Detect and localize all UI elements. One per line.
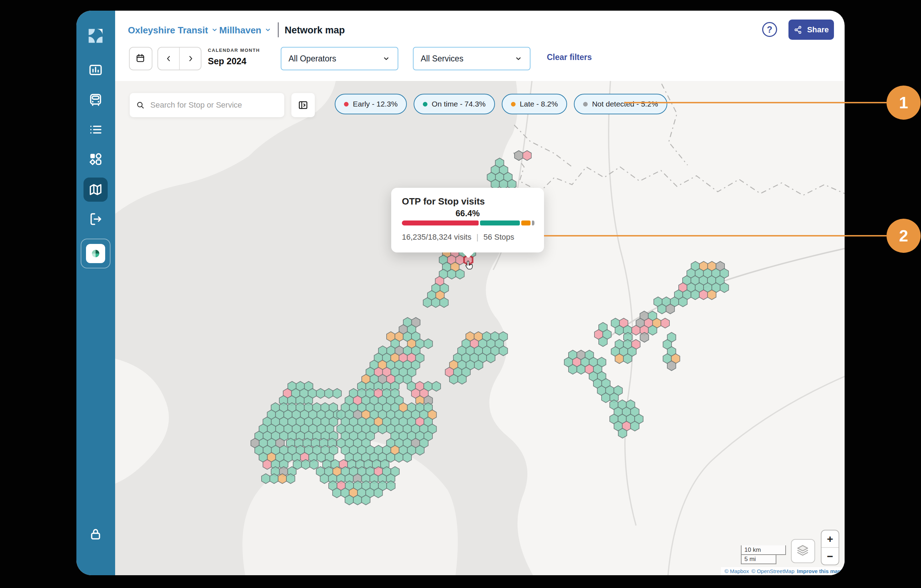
search-icon bbox=[135, 100, 145, 110]
legend-pill-label: Not detected - 5.2% bbox=[592, 100, 658, 108]
legend-pill-1[interactable]: On time - 74.3% bbox=[413, 94, 495, 114]
map-attribution: © Mapbox © OpenStreetMap Improve this ma… bbox=[721, 567, 845, 575]
otp-tooltip: OTP for Stop visits 66.4% 16,235/18,324 … bbox=[391, 188, 544, 252]
zoom-control: + − bbox=[821, 530, 839, 565]
legend-pill-2[interactable]: Late - 8.2% bbox=[502, 94, 567, 114]
lock-icon bbox=[88, 526, 103, 542]
chevron-down-icon bbox=[382, 54, 391, 63]
map-canvas[interactable]: Early - 12.3%On time - 74.3%Late - 8.2%N… bbox=[115, 81, 845, 575]
annotation-line-1 bbox=[624, 102, 887, 103]
breadcrumb-org-label: Oxleyshire Transit bbox=[128, 25, 208, 36]
sidebar-item-lock[interactable] bbox=[83, 522, 107, 546]
prev-month-button[interactable] bbox=[158, 47, 179, 70]
annotation-badge-2: 2 bbox=[887, 219, 921, 253]
legend-dot-icon bbox=[511, 102, 516, 107]
otp-bar-segment-not-detected bbox=[532, 221, 534, 226]
legend-dot-icon bbox=[583, 102, 588, 107]
tooltip-title: OTP for Stop visits bbox=[402, 196, 485, 207]
sidebar-item-network-map[interactable] bbox=[83, 177, 107, 202]
app-window: Oxleyshire Transit Millhaven Network map… bbox=[76, 11, 845, 575]
logout-icon bbox=[88, 211, 103, 227]
otp-bar-segment-late bbox=[521, 221, 531, 226]
attribution-improve-link[interactable]: Improve this map bbox=[797, 568, 841, 574]
app-logo-icon bbox=[86, 244, 105, 263]
otp-legend: Early - 12.3%On time - 74.3%Late - 8.2%N… bbox=[335, 94, 667, 114]
bus-icon bbox=[88, 92, 103, 107]
tooltip-value: 66.4% bbox=[391, 208, 544, 218]
legend-pill-label: Early - 12.3% bbox=[353, 100, 398, 108]
chevron-down-icon bbox=[264, 26, 273, 34]
breadcrumb-divider bbox=[278, 23, 278, 37]
sidebar-item-dashboard[interactable] bbox=[83, 58, 107, 82]
panel-expand-icon bbox=[298, 99, 309, 111]
tooltip-otp-bar bbox=[402, 221, 534, 226]
map-scale-mi: 5 mi bbox=[741, 555, 776, 564]
chevron-down-icon bbox=[211, 26, 219, 34]
zoom-in-button[interactable]: + bbox=[822, 531, 838, 547]
sidebar bbox=[76, 11, 115, 575]
annotation-badge-1: 1 bbox=[887, 86, 921, 120]
operators-select[interactable]: All Operators bbox=[281, 47, 398, 70]
chevron-down-icon bbox=[514, 54, 523, 63]
attribution-mapbox-link[interactable]: © Mapbox bbox=[724, 568, 749, 574]
attribution-osm-link[interactable]: © OpenStreetMap bbox=[752, 568, 794, 574]
zoom-out-button[interactable]: − bbox=[822, 547, 838, 565]
logo-icon bbox=[86, 27, 105, 45]
map-icon bbox=[88, 182, 103, 197]
legend-dot-icon bbox=[423, 102, 428, 107]
dashboard-icon bbox=[88, 62, 103, 78]
help-icon: ? bbox=[767, 24, 772, 35]
calendar-icon bbox=[135, 53, 146, 64]
sidebar-item-vehicles[interactable] bbox=[83, 88, 107, 112]
legend-pill-3[interactable]: Not detected - 5.2% bbox=[574, 94, 667, 114]
legend-pill-0[interactable]: Early - 12.3% bbox=[335, 94, 407, 114]
clear-filters-link[interactable]: Clear filters bbox=[547, 52, 592, 62]
services-select[interactable]: All Services bbox=[413, 47, 530, 70]
sidebar-item-logout[interactable] bbox=[83, 207, 107, 231]
chevron-left-icon bbox=[164, 54, 173, 63]
breadcrumb-region-label: Millhaven bbox=[219, 25, 261, 36]
sidebar-item-service-list[interactable] bbox=[83, 117, 107, 142]
annotation-line-2 bbox=[544, 235, 887, 237]
breadcrumb-org[interactable]: Oxleyshire Transit bbox=[128, 23, 219, 37]
calendar-month-label: CALENDAR MONTH bbox=[208, 47, 260, 53]
chevron-right-icon bbox=[186, 54, 195, 63]
sidebar-item-logo bbox=[83, 24, 107, 48]
services-select-value: All Services bbox=[421, 54, 463, 63]
tooltip-separator: | bbox=[477, 232, 478, 242]
search-input[interactable] bbox=[150, 100, 278, 110]
breadcrumb-region[interactable]: Millhaven bbox=[219, 23, 273, 37]
search-box bbox=[130, 93, 284, 117]
next-month-button[interactable] bbox=[179, 47, 201, 70]
help-button[interactable]: ? bbox=[762, 22, 777, 37]
page-title: Network map bbox=[285, 23, 345, 37]
tooltip-stops: 56 Stops bbox=[483, 232, 514, 242]
tooltip-visits: 16,235/18,324 visits bbox=[402, 232, 472, 242]
side-panel-toggle-button[interactable] bbox=[291, 93, 315, 117]
map-scale-km: 10 km bbox=[741, 546, 786, 555]
calendar-button[interactable] bbox=[129, 47, 153, 70]
layers-button[interactable] bbox=[791, 539, 815, 563]
legend-pill-label: Late - 8.2% bbox=[520, 100, 558, 108]
categories-icon bbox=[88, 151, 103, 167]
list-icon bbox=[88, 122, 103, 137]
otp-bar-segment-early bbox=[402, 221, 478, 226]
legend-pill-label: On time - 74.3% bbox=[432, 100, 486, 108]
otp-bar-segment-on-time bbox=[480, 221, 520, 226]
share-button[interactable]: Share bbox=[788, 19, 834, 40]
layers-icon bbox=[795, 543, 811, 559]
hexbin-layer[interactable] bbox=[115, 81, 845, 575]
share-label: Share bbox=[807, 25, 828, 34]
legend-dot-icon bbox=[344, 102, 348, 107]
sidebar-item-app-badge[interactable] bbox=[81, 239, 111, 268]
calendar-month-value: Sep 2024 bbox=[208, 56, 246, 67]
share-icon bbox=[793, 25, 803, 34]
sidebar-item-categories[interactable] bbox=[83, 147, 107, 171]
operators-select-value: All Operators bbox=[288, 54, 336, 63]
desktop: Oxleyshire Transit Millhaven Network map… bbox=[0, 0, 921, 588]
